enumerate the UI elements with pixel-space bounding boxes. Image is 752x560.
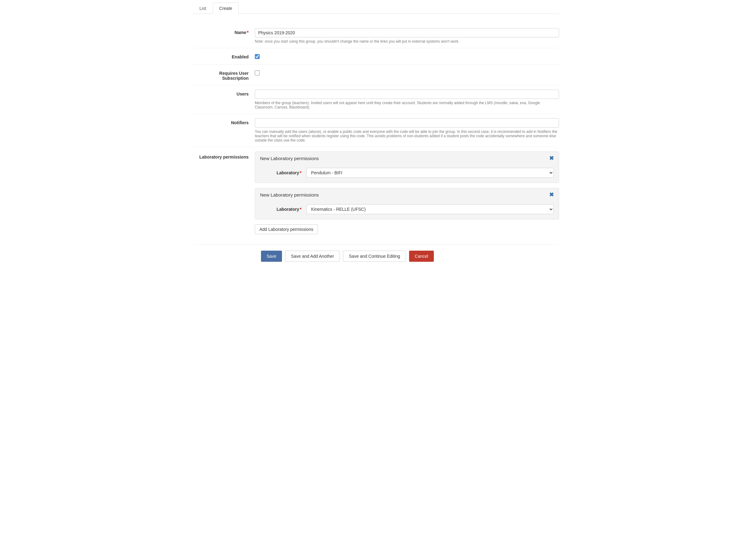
lab-card-1-header: New Laboratory permissions ✖	[255, 152, 559, 165]
lab-card-1-lab-label: Laboratory*	[260, 170, 306, 175]
tab-create[interactable]: Create	[213, 2, 239, 14]
add-lab-permissions-button[interactable]: Add Laboratory permissions	[255, 224, 318, 234]
name-input[interactable]	[255, 28, 559, 37]
lab-card-1-lab-row: Laboratory* Pendulum - BIFI Kinematics -…	[260, 168, 554, 178]
lab-card-2-close[interactable]: ✖	[549, 192, 554, 198]
name-label: Name*	[193, 28, 255, 35]
lab-card-1-lab-select[interactable]: Pendulum - BIFI Kinematics - RELLE (UFSC…	[306, 168, 554, 178]
enabled-row: Enabled	[193, 48, 559, 65]
tab-bar: List Create	[193, 2, 559, 14]
requires-sub-checkbox[interactable]	[255, 71, 260, 75]
enabled-label: Enabled	[193, 53, 255, 59]
lab-card-2-lab-row: Laboratory* Pendulum - BIFI Kinematics -…	[260, 204, 554, 214]
requires-sub-row: Requires User Subscription	[193, 65, 559, 85]
requires-sub-label: Requires User Subscription	[193, 69, 255, 81]
lab-permissions-section: Laboratory permissions New Laboratory pe…	[193, 147, 559, 239]
lab-card-1-title: New Laboratory permissions	[260, 156, 319, 161]
tab-list[interactable]: List	[193, 2, 213, 14]
requires-sub-field	[255, 69, 559, 76]
save-button[interactable]: Save	[261, 251, 282, 262]
lab-permissions-cards: New Laboratory permissions ✖ Laboratory*…	[255, 152, 559, 234]
name-help-text: Note: once you start using this group, y…	[255, 39, 559, 44]
users-label: Users	[193, 89, 255, 96]
lab-card-2-header: New Laboratory permissions ✖	[255, 188, 559, 201]
add-lab-btn-row: Add Laboratory permissions	[255, 224, 559, 234]
users-field: Members of the group (teachers). Invited…	[255, 89, 559, 109]
users-row: Users Members of the group (teachers). I…	[193, 85, 559, 114]
cancel-button[interactable]: Cancel	[409, 251, 434, 262]
lab-card-2-lab-select[interactable]: Pendulum - BIFI Kinematics - RELLE (UFSC…	[306, 204, 554, 214]
name-field: Note: once you start using this group, y…	[255, 28, 559, 44]
lab-card-1-body: Laboratory* Pendulum - BIFI Kinematics -…	[255, 165, 559, 183]
action-bar: Save Save and Add Another Save and Conti…	[193, 244, 559, 268]
name-row: Name* Note: once you start using this gr…	[193, 24, 559, 48]
lab-card-1-close[interactable]: ✖	[549, 156, 554, 161]
lab-card-2-title: New Laboratory permissions	[260, 192, 319, 198]
notifiers-field: You can manually add the users (above), …	[255, 118, 559, 142]
lab-card-2-lab-label: Laboratory*	[260, 207, 306, 212]
users-help-text: Members of the group (teachers). Invited…	[255, 101, 559, 109]
save-continue-editing-button[interactable]: Save and Continue Editing	[343, 251, 406, 262]
notifiers-help-text: You can manually add the users (above), …	[255, 129, 559, 142]
lab-permissions-label: Laboratory permissions	[193, 152, 255, 159]
users-input[interactable]	[255, 89, 559, 99]
create-form: Name* Note: once you start using this gr…	[193, 21, 559, 241]
enabled-field	[255, 53, 559, 60]
lab-card-1: New Laboratory permissions ✖ Laboratory*…	[255, 152, 559, 183]
lab-card-2-body: Laboratory* Pendulum - BIFI Kinematics -…	[255, 201, 559, 219]
save-add-another-button[interactable]: Save and Add Another	[285, 251, 340, 262]
notifiers-label: Notifiers	[193, 118, 255, 125]
lab-card-2: New Laboratory permissions ✖ Laboratory*…	[255, 188, 559, 219]
enabled-checkbox[interactable]	[255, 54, 260, 59]
notifiers-input[interactable]	[255, 118, 559, 128]
notifiers-row: Notifiers You can manually add the users…	[193, 114, 559, 147]
